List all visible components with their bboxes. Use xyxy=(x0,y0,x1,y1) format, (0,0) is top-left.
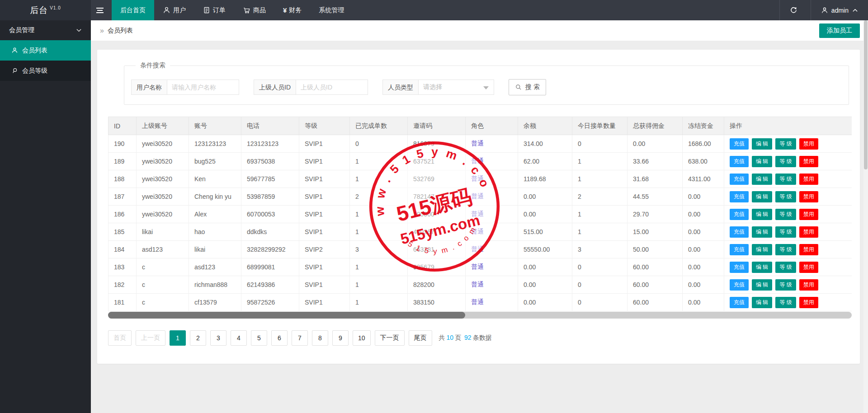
level-button[interactable]: 等 级 xyxy=(775,244,796,255)
nav-goods[interactable]: 商品 xyxy=(234,0,274,20)
nav-home[interactable]: 后台首页 xyxy=(112,0,154,20)
member-type-select[interactable]: 请选择 xyxy=(418,80,494,95)
cell-role: 普通 xyxy=(466,276,518,294)
recharge-button[interactable]: 充值 xyxy=(730,262,749,273)
page-scrollbar-thumb[interactable] xyxy=(864,20,868,169)
sidebar-item-member-level[interactable]: 会员等级 xyxy=(0,61,91,81)
page-6-button[interactable]: 6 xyxy=(271,330,288,346)
level-button[interactable]: 等 级 xyxy=(775,262,796,273)
refresh-button[interactable] xyxy=(779,0,811,20)
edit-button[interactable]: 编 辑 xyxy=(752,297,772,308)
disable-button[interactable]: 禁用 xyxy=(799,244,818,255)
page-7-button[interactable]: 7 xyxy=(292,330,308,346)
role-link[interactable]: 普通 xyxy=(471,298,484,305)
role-link[interactable]: 普通 xyxy=(471,175,484,182)
level-button[interactable]: 等 级 xyxy=(775,156,796,167)
cell-account: cf13579 xyxy=(189,294,241,311)
disable-button[interactable]: 禁用 xyxy=(799,209,818,220)
summary-after: 条数据 xyxy=(473,334,492,341)
page-prev-button[interactable]: 上一页 xyxy=(136,330,165,346)
edit-button[interactable]: 编 辑 xyxy=(752,226,772,238)
page-next-button[interactable]: 下一页 xyxy=(375,330,405,346)
page-10-button[interactable]: 10 xyxy=(353,330,371,346)
edit-button[interactable]: 编 辑 xyxy=(752,138,772,150)
disable-button[interactable]: 禁用 xyxy=(799,156,818,167)
role-link[interactable]: 普通 xyxy=(471,192,484,200)
cell-parent_account: ywei30520 xyxy=(137,206,189,223)
disable-button[interactable]: 禁用 xyxy=(799,226,818,238)
edit-button[interactable]: 编 辑 xyxy=(752,156,772,167)
page-9-button[interactable]: 9 xyxy=(332,330,349,346)
recharge-button[interactable]: 充值 xyxy=(730,138,749,150)
role-link[interactable]: 普通 xyxy=(471,245,484,253)
recharge-button[interactable]: 充值 xyxy=(730,226,749,238)
role-link[interactable]: 普通 xyxy=(471,281,484,288)
role-link[interactable]: 普通 xyxy=(471,263,484,270)
level-button[interactable]: 等 级 xyxy=(775,279,796,291)
edit-button[interactable]: 编 辑 xyxy=(752,262,772,273)
page-4-button[interactable]: 4 xyxy=(231,330,247,346)
parent-id-input[interactable] xyxy=(296,80,368,95)
page-scrollbar[interactable] xyxy=(863,20,868,413)
disable-button[interactable]: 禁用 xyxy=(799,191,818,202)
add-staff-button[interactable]: 添加员工 xyxy=(819,23,860,38)
edit-button[interactable]: 编 辑 xyxy=(752,191,772,202)
cell-frozen_funds: 0.00 xyxy=(683,206,724,223)
role-link[interactable]: 普通 xyxy=(471,210,484,217)
recharge-button[interactable]: 充值 xyxy=(730,191,749,202)
recharge-button[interactable]: 充值 xyxy=(730,209,749,220)
level-button[interactable]: 等 级 xyxy=(775,297,796,308)
page-8-button[interactable]: 8 xyxy=(312,330,328,346)
cell-level: SVIP1 xyxy=(299,223,350,241)
page-1-button[interactable]: 1 xyxy=(170,330,186,346)
user-menu[interactable]: admin xyxy=(811,0,868,20)
level-button[interactable]: 等 级 xyxy=(775,226,796,238)
cell-balance: 0.00 xyxy=(518,188,572,206)
role-link[interactable]: 普通 xyxy=(471,228,484,235)
edit-button[interactable]: 编 辑 xyxy=(752,174,772,185)
search-button[interactable]: 搜 索 xyxy=(509,79,546,95)
nav-users[interactable]: 用户 xyxy=(154,0,194,20)
sidebar-item-member-list[interactable]: 会员列表 xyxy=(0,40,91,61)
level-button[interactable]: 等 级 xyxy=(775,174,796,185)
nav-system[interactable]: 系统管理 xyxy=(310,0,353,20)
level-button[interactable]: 等 级 xyxy=(775,138,796,150)
level-button[interactable]: 等 级 xyxy=(775,191,796,202)
nav-orders[interactable]: 订单 xyxy=(194,0,234,20)
level-button[interactable]: 等 级 xyxy=(775,209,796,220)
page-first-button[interactable]: 首页 xyxy=(108,330,132,346)
username-input[interactable] xyxy=(167,80,239,95)
table-row: 182crichman88862149386SVIP11828200普通0.00… xyxy=(108,276,852,294)
sidebar-group-member[interactable]: 会员管理 xyxy=(0,20,91,40)
disable-button[interactable]: 禁用 xyxy=(799,279,818,291)
horizontal-scrollbar[interactable] xyxy=(108,312,852,319)
role-link[interactable]: 普通 xyxy=(471,157,484,164)
edit-button[interactable]: 编 辑 xyxy=(752,244,772,255)
disable-button[interactable]: 禁用 xyxy=(799,262,818,273)
username-field-group: 用户名称 xyxy=(131,80,239,95)
nav-finance[interactable]: ¥ 财务 xyxy=(274,0,310,20)
recharge-button[interactable]: 充值 xyxy=(730,279,749,291)
cell-level: SVIP1 xyxy=(299,170,350,188)
recharge-button[interactable]: 充值 xyxy=(730,244,749,255)
edit-button[interactable]: 编 辑 xyxy=(752,279,772,291)
summary-total-pages: 10 xyxy=(447,334,454,341)
recharge-button[interactable]: 充值 xyxy=(730,156,749,167)
recharge-button[interactable]: 充值 xyxy=(730,297,749,308)
search-form: 用户名称 上级人员ID 人员类型 请选择 xyxy=(131,79,842,95)
page-3-button[interactable]: 3 xyxy=(210,330,226,346)
disable-button[interactable]: 禁用 xyxy=(799,297,818,308)
menu-toggle-button[interactable] xyxy=(91,0,112,20)
recharge-button[interactable]: 充值 xyxy=(730,174,749,185)
page-2-button[interactable]: 2 xyxy=(190,330,206,346)
edit-button[interactable]: 编 辑 xyxy=(752,209,772,220)
page-last-button[interactable]: 尾页 xyxy=(409,330,432,346)
cell-actions: 充值编 辑等 级禁用 xyxy=(724,258,852,276)
page-5-button[interactable]: 5 xyxy=(251,330,267,346)
role-link[interactable]: 普通 xyxy=(471,140,484,147)
disable-button[interactable]: 禁用 xyxy=(799,174,818,185)
disable-button[interactable]: 禁用 xyxy=(799,138,818,150)
horizontal-scrollbar-thumb[interactable] xyxy=(108,312,465,319)
cell-level: SVIP1 xyxy=(299,135,350,153)
cell-completed_orders: 1 xyxy=(350,276,408,294)
